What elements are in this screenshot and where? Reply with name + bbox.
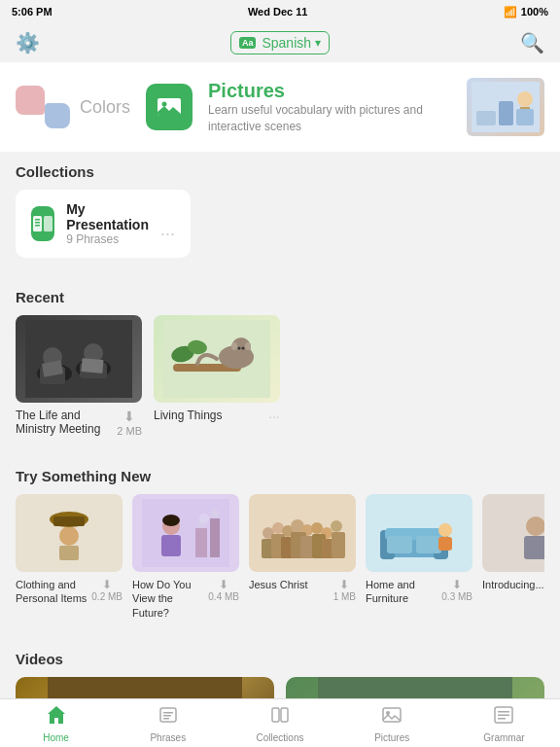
svg-rect-71 [438,537,452,551]
try-label-row-2: Jesus Christ ⬇ 1 MB [249,578,356,602]
try-thumb-4 [482,494,544,572]
svg-point-29 [242,347,245,350]
svg-point-26 [231,342,237,350]
svg-rect-11 [35,222,40,224]
tab-home-label: Home [43,732,69,743]
svg-rect-5 [516,109,534,125]
tab-phrases-label: Phrases [150,732,186,743]
try-size-1: 0.4 MB [208,591,239,602]
collection-more-button[interactable]: ··· [160,224,175,246]
tab-phrases[interactable]: Phrases [112,699,224,747]
try-label-0: Clothing and Personal Items [16,578,91,606]
try-thumb-2 [249,494,356,572]
recent-label-row-1: Living Things ··· [154,409,280,424]
main-content: Collections My Presentation 9 Phrases ··… [0,152,560,700]
try-download-1[interactable]: ⬇ [219,578,228,591]
collection-icon [31,206,54,241]
try-thumb-1 [132,494,239,572]
try-label-2: Jesus Christ [249,578,333,591]
hero-banner: Colors Pictures Learn useful vocabulary … [0,62,560,152]
svg-rect-97 [163,712,173,714]
pictures-text: Pictures Learn useful vocabulary with pi… [208,80,451,135]
try-thumb-3 [366,494,472,572]
svg-rect-98 [163,715,171,717]
try-item-3[interactable]: Home and Furniture ⬇ 0.3 MB [366,494,472,620]
svg-rect-7 [520,107,530,109]
video-item-1[interactable]: ▶ What Happens at a Bible Study? ⬇ [286,677,544,700]
language-badge: Aa [239,37,257,49]
download-icon-0[interactable]: ⬇ [123,409,135,424]
puzzle-pink-icon [16,86,45,115]
svg-rect-69 [416,536,441,553]
svg-rect-44 [161,535,181,556]
recent-scroll: The Life and Ministry Meeting ⬇ 2 MB [16,315,544,437]
puzzle-blue-icon [45,103,70,128]
svg-point-41 [199,514,209,523]
recent-more-1[interactable]: ··· [268,409,280,424]
recent-title: Recent [16,289,544,305]
language-selector[interactable]: Aa Spanish ▾ [230,31,330,54]
recent-section: Recent [0,277,560,448]
recent-size-0: 2 MB [117,425,142,437]
pictures-icon[interactable] [146,84,192,130]
try-title: Try Something New [16,468,544,484]
tab-collections[interactable]: Collections [224,699,335,747]
svg-rect-62 [332,532,345,558]
language-label: Spanish [262,35,311,51]
try-item-0[interactable]: Clothing and Personal Items ⬇ 0.2 MB [16,494,122,620]
svg-rect-101 [281,708,288,722]
settings-icon[interactable]: ⚙️ [16,31,40,54]
grammar-icon [493,704,514,730]
try-size-0: 0.2 MB [91,591,122,602]
try-item-1[interactable]: How Do You View the Future? ⬇ 0.4 MB [132,494,239,620]
collections-icon [269,704,291,730]
svg-rect-36 [59,546,79,560]
svg-rect-21 [81,358,103,374]
recent-item-1[interactable]: Living Things ··· [154,315,280,437]
try-download-2[interactable]: ⬇ [339,578,349,591]
tab-home[interactable]: Home [0,699,112,747]
home-icon [46,704,67,730]
recent-item-0[interactable]: The Life and Ministry Meeting ⬇ 2 MB [16,315,142,437]
status-indicators: 📶 100% [504,6,548,18]
recent-thumb-1 [154,315,280,403]
search-icon[interactable]: 🔍 [520,31,544,54]
svg-rect-84 [318,677,512,700]
svg-point-70 [438,523,452,537]
collection-info: My Presentation 9 Phrases [66,201,149,246]
svg-point-42 [211,510,219,517]
svg-rect-107 [498,718,506,720]
try-thumb-0 [16,494,122,572]
colors-puzzle-icon [16,86,70,128]
nav-bar: ⚙️ Aa Spanish ▾ 🔍 [0,23,560,62]
svg-rect-39 [210,518,220,557]
status-bar: 5:06 PM Wed Dec 11 📶 100% [0,0,560,23]
tab-grammar-label: Grammar [483,732,524,743]
try-download-0[interactable]: ⬇ [102,578,112,591]
svg-point-6 [517,91,533,107]
svg-rect-68 [387,536,412,553]
recent-label-1: Living Things [154,409,268,422]
svg-rect-12 [35,225,40,227]
try-item-2[interactable]: Jesus Christ ⬇ 1 MB [249,494,356,620]
collection-count: 9 Phrases [66,232,149,246]
collections-title: Collections [16,163,544,180]
video-item-0[interactable]: ▶ Why Study the Bible?—Full Length ⬇ [16,677,274,700]
colors-label: Colors [80,97,130,118]
try-size-2: 1 MB [333,591,356,602]
tab-grammar[interactable]: Grammar [448,699,560,747]
try-label-row-1: How Do You View the Future? ⬇ 0.4 MB [132,578,239,620]
try-scroll: Clothing and Personal Items ⬇ 0.2 MB [16,494,544,620]
colors-section[interactable]: Colors [16,86,130,128]
svg-rect-10 [35,219,40,221]
svg-point-28 [238,347,241,350]
tab-pictures[interactable]: Pictures [336,699,448,747]
try-item-4[interactable]: Introducing... [482,494,544,620]
collection-card[interactable]: My Presentation 9 Phrases ··· [16,190,191,258]
tab-collections-label: Collections [257,732,304,743]
try-label-3: Home and Furniture [366,578,441,606]
chevron-down-icon: ▾ [315,36,321,50]
video-thumb-0: ▶ [16,677,274,700]
try-label-1: How Do You View the Future? [132,578,208,620]
try-download-3[interactable]: ⬇ [452,578,462,591]
